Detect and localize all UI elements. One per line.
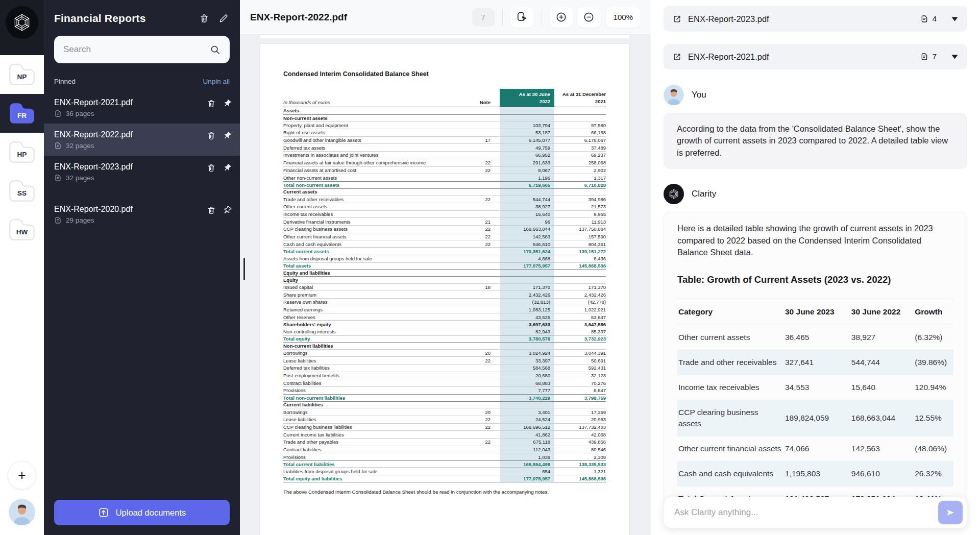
upload-documents-button[interactable]: Upload documents [54,500,230,525]
clarity-logo-icon [11,12,33,33]
balance-sheet-row: Non-controlling interests82,94385,337 [283,328,606,336]
zoom-in-button[interactable] [550,7,573,28]
select-tool-button[interactable] [510,7,534,28]
folder-icon: HW [8,218,36,241]
balance-sheet-row: Post-employment benefits20,68032,123 [283,372,606,380]
workspace-item-np[interactable]: NP [0,55,44,94]
send-button[interactable] [938,501,963,524]
balance-sheet-row: Other current assets38,92721,573 [283,203,606,211]
document-name: ENX-Report-2021.pdf [54,98,230,107]
delete-workspace-icon[interactable] [199,13,209,23]
user-message-author: You [664,85,967,105]
balance-sheet-row: Investments in associates and joint vent… [283,152,606,159]
upload-documents-label: Upload documents [116,508,186,518]
page-icon [920,15,928,23]
document-row-2022[interactable]: ENX-Report-2022.pdf 32 pages [44,124,240,156]
balance-sheet-row: Equity [283,276,606,284]
user-avatar[interactable] [9,499,35,525]
growth-table: Category30 June 202330 June 2022Growth O… [677,299,953,511]
balance-sheet-row: Other non-current assets1,1961,317 [283,174,606,182]
workspace-item-ss[interactable]: SS [0,172,44,210]
new-workspace-button[interactable]: + [8,461,36,490]
chevron-down-icon[interactable] [951,17,958,21]
chat-input[interactable] [674,507,938,518]
reference-name: ENX-Report-2023.pdf [688,14,914,24]
balance-sheet-row: Current income tax liabilities41,86242,0… [283,431,606,439]
growth-table-cell: 36,465 [785,325,851,350]
balance-sheet-row: Goodwill and other intangible assets176,… [283,137,606,144]
document-row-2023[interactable]: ENX-Report-2023.pdf 32 pages [44,156,240,188]
zoom-out-button[interactable] [577,7,601,28]
zoom-level-label[interactable]: 100% [606,7,641,28]
upload-icon [98,507,109,518]
balance-sheet-rows: AssetsNon-current assetsProperty, plant … [283,107,606,482]
pinned-section-header: Pinned Unpin all [54,78,230,85]
balance-sheet-footnote: The above Condensed Interim Consolidated… [283,489,606,495]
pin-icon-filled[interactable] [223,99,232,108]
growth-table-cell: Trade and other receivables [677,350,785,375]
document-name: ENX-Report-2022.pdf [54,130,230,139]
balance-sheet-row: Equity and liabilities [283,269,606,277]
page-icon [54,142,62,150]
edit-workspace-icon[interactable] [218,13,229,23]
balance-sheet-row: Right-of-use assets53,18766,168 [283,129,606,137]
viewer-scrollbar-thumb[interactable] [243,258,245,280]
zoom-in-icon [555,11,567,23]
reference-card-2023[interactable]: ENX-Report-2023.pdf 4 [664,6,967,32]
growth-table-header-cell: Category [677,299,785,325]
growth-table-row: Income tax receivables34,55315,640120.94… [677,375,953,400]
balance-sheet-row: Borrowings203,40117,359 [283,408,606,416]
document-row-2021[interactable]: ENX-Report-2021.pdf 36 pages [44,91,240,124]
pin-icon-outline[interactable] [223,206,232,215]
assistant-message-bubble: Here is a detailed table showing the gro… [664,212,967,516]
balance-sheet-row: Non-current assets [283,114,606,122]
growth-table-cell: 142,563 [851,436,915,461]
growth-table-cell: 38,927 [851,325,915,350]
balance-sheet-row: Deferred tax liabilities584,568592,431 [283,364,606,372]
unpin-all-link[interactable]: Unpin all [203,78,230,85]
delete-document-icon[interactable] [207,163,216,173]
user-message-bubble: According to the data from the 'Consolid… [664,113,967,169]
reference-page-count: 4 [920,14,937,23]
toolbar-divider [502,9,503,26]
note-column-header: Note [468,89,491,107]
balance-sheet-row: Derivative financial instruments219611,9… [283,218,606,226]
delete-document-icon[interactable] [207,206,216,215]
reference-card-2021[interactable]: ENX-Report-2021.pdf 7 [664,44,967,69]
growth-table-header-row: Category30 June 202330 June 2022Growth [677,299,953,325]
balance-sheet-row: Provisions1,0382,308 [283,453,606,461]
growth-table-cell: 168,663,044 [851,400,915,436]
search-input[interactable] [63,44,210,55]
workspace-item-hp[interactable]: HP [0,133,44,172]
pin-icon-filled[interactable] [223,163,232,173]
pdf-page: Condensed Interim Consolidated Balance S… [260,44,629,535]
delete-document-icon[interactable] [207,99,216,108]
balance-sheet-column-headers: In thousands of euros Note As at 30 June… [283,89,606,107]
chat-input-bar [664,497,967,528]
balance-sheet-title: Condensed Interim Consolidated Balance S… [283,70,606,78]
growth-table-body: Other current assets36,46538,927(6.32%)T… [677,325,953,511]
workspace-item-fr[interactable]: FR [0,94,44,133]
growth-table-cell: 74,066 [785,436,851,461]
reference-name: ENX-Report-2021.pdf [688,52,914,62]
pinned-label: Pinned [54,78,203,85]
balance-sheet-row: Assets [283,107,606,115]
author-name: You [692,90,706,100]
growth-table-row: Cash and cash equivalents1,195,803946,61… [677,461,953,486]
pdf-viewer: ENX-Report-2022.pdf 7 100% Condensed Int… [240,0,651,535]
document-row-2020[interactable]: ENX-Report-2020.pdf 29 pages [44,198,240,230]
balance-sheet-row: Total equity3,780,5763,732,923 [283,335,606,343]
folder-icon: SS [8,179,36,203]
growth-table-row: Other current financial assets74,066142,… [677,436,953,461]
chevron-down-icon[interactable] [951,55,958,59]
pin-icon-filled[interactable] [223,131,232,140]
workspace-item-hw[interactable]: HW [0,210,44,249]
growth-table-cell: 120.94% [915,375,953,400]
delete-document-icon[interactable] [207,131,216,140]
svg-text:HP: HP [17,151,27,158]
growth-table-cell: Other current financial assets [677,436,785,461]
unit-label: In thousands of euros [283,89,468,107]
balance-sheet-row: Income tax receivables15,6409,965 [283,211,606,218]
page-icon [54,216,62,224]
growth-table-cell: Cash and cash equivalents [677,461,785,486]
